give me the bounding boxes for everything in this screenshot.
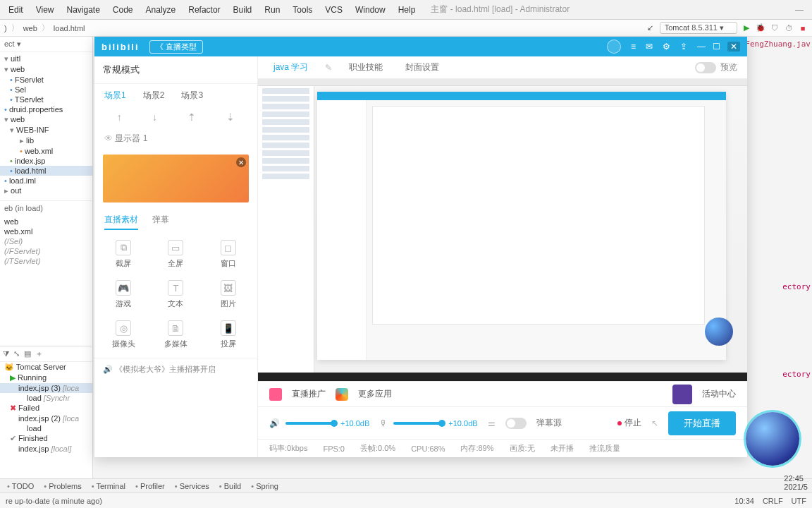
source-截屏[interactable]: ⧉截屏	[97, 236, 149, 273]
tw-todo[interactable]: TODO	[7, 482, 34, 490]
tree-node[interactable]: druid.properties	[0, 104, 92, 114]
start-live-button[interactable]: 开始直播	[668, 411, 736, 435]
stream-title-input[interactable]: java 学习	[268, 59, 314, 75]
nav-node[interactable]: web.xml	[0, 226, 92, 236]
tree-node[interactable]: web	[0, 64, 92, 75]
status-encoding[interactable]: UTF	[792, 497, 806, 505]
mixer-icon[interactable]: ⚌	[488, 418, 496, 428]
scene-1[interactable]: 场景1	[104, 90, 126, 102]
tree-node[interactable]: FServlet	[0, 75, 92, 85]
service-node[interactable]: index.jsp (2) [loca	[0, 413, 92, 423]
menu-vcs[interactable]: VCS	[319, 2, 348, 18]
tab-danmu[interactable]: 弹幕	[152, 214, 169, 230]
tree-node[interactable]: WEB-INF	[0, 125, 92, 135]
tree-node[interactable]: lib	[0, 135, 92, 146]
tree-node[interactable]: index.jsp	[0, 156, 92, 166]
tw-terminal[interactable]: Terminal	[92, 482, 125, 490]
menu-refactor[interactable]: Refactor	[183, 2, 226, 18]
crumb-root[interactable]: )	[4, 24, 7, 32]
bili-mode-label[interactable]: 常规模式	[94, 56, 257, 84]
menu-analyze[interactable]: Analyze	[140, 2, 182, 18]
tree-node[interactable]: load.iml	[0, 176, 92, 186]
danmu-toggle[interactable]	[505, 418, 527, 429]
thumbnail-remove-icon[interactable]: ✕	[236, 157, 246, 167]
menu-navigate[interactable]: Navigate	[61, 2, 105, 18]
nav-node[interactable]: (/TServlet)	[0, 256, 92, 266]
services-collapse-icon[interactable]: ▤	[24, 349, 31, 358]
bili-close-icon[interactable]: ✕	[727, 42, 740, 52]
service-node[interactable]: Failed	[0, 403, 92, 413]
service-node[interactable]: Running	[0, 373, 92, 383]
scene-sort-asc-icon[interactable]: ⇡	[187, 111, 196, 123]
window-minimize-icon[interactable]: —	[795, 5, 804, 15]
more-apps-link[interactable]: 更多应用	[358, 388, 392, 400]
menu-code[interactable]: Code	[107, 2, 139, 18]
tree-node[interactable]: TServlet	[0, 95, 92, 104]
tw-problems[interactable]: Problems	[44, 482, 81, 490]
source-图片[interactable]: 🖼图片	[202, 276, 254, 313]
scene-down-icon[interactable]: ↓	[152, 111, 157, 123]
crumb-file[interactable]: load.html	[54, 24, 85, 32]
activity-icon[interactable]	[672, 385, 692, 404]
tree-node[interactable]: web.xml	[0, 146, 92, 156]
nav-node[interactable]: (/Sel)	[0, 236, 92, 246]
vcs-update-icon[interactable]: ↙	[646, 23, 656, 33]
mic-volume-slider[interactable]	[393, 422, 443, 425]
scene-3[interactable]: 场景3	[181, 90, 203, 102]
tab-cover[interactable]: 封面设置	[400, 59, 445, 75]
services-add-icon[interactable]: ＋	[35, 349, 43, 359]
tab-sources[interactable]: 直播素材	[104, 214, 138, 230]
speaker-icon[interactable]: 🔊	[269, 418, 280, 428]
bili-category-tag[interactable]: 《 直播类型	[149, 40, 203, 54]
menu-view[interactable]: View	[30, 2, 60, 18]
source-全屏[interactable]: ▭全屏	[149, 236, 202, 273]
status-line-sep[interactable]: CRLF	[763, 497, 783, 505]
profile-icon[interactable]: ⏱	[784, 23, 794, 33]
tw-spring[interactable]: Spring	[251, 482, 278, 490]
bili-menu-icon[interactable]: ≡	[631, 42, 636, 52]
services-filter-icon[interactable]: ⧩	[3, 349, 9, 358]
display-source[interactable]: 显示器 1	[94, 127, 257, 150]
source-游戏[interactable]: 🎮游戏	[97, 276, 149, 313]
source-投屏[interactable]: 📱投屏	[202, 316, 254, 353]
service-node[interactable]: index.jsp [local]	[0, 444, 92, 454]
stop-icon[interactable]: ■	[798, 23, 808, 33]
bili-maximize-icon[interactable]: ☐	[713, 42, 720, 52]
preview-toggle[interactable]	[695, 62, 716, 73]
coverage-icon[interactable]: ⛉	[770, 23, 780, 33]
menu-window[interactable]: Window	[350, 2, 391, 18]
service-node[interactable]: Finished	[0, 433, 92, 444]
services-expand-icon[interactable]: ⤡	[13, 349, 20, 358]
service-node[interactable]: load	[0, 423, 92, 433]
scene-up-icon[interactable]: ↑	[117, 111, 122, 123]
promote-link[interactable]: 直播推广	[292, 388, 326, 400]
debug-icon[interactable]: 🐞	[756, 23, 765, 33]
source-多媒体[interactable]: 🗎多媒体	[149, 316, 202, 353]
tree-node[interactable]: web	[0, 114, 92, 125]
source-窗口[interactable]: ◻窗口	[202, 236, 254, 273]
tw-services[interactable]: Services	[175, 482, 209, 490]
scene-2[interactable]: 场景2	[143, 90, 165, 102]
server-node[interactable]: 🐱 Tomcat Server	[0, 362, 92, 373]
nav-node[interactable]: (/FServlet)	[0, 246, 92, 256]
bili-mail-icon[interactable]: ✉	[646, 42, 653, 52]
service-node[interactable]: index.jsp (3) [loca	[0, 383, 92, 393]
project-header[interactable]: ect ▾	[0, 37, 92, 52]
stream-preview[interactable]	[258, 79, 747, 381]
mic-icon[interactable]: 🎙	[379, 418, 388, 428]
tree-node[interactable]: Sel	[0, 85, 92, 95]
stop-button[interactable]: 停止	[617, 417, 641, 429]
source-摄像头[interactable]: ◎摄像头	[97, 316, 149, 353]
bili-titlebar[interactable]: bilibili 《 直播类型 ≡ ✉ ⚙ ⇪ — ☐ ✕	[94, 37, 747, 56]
source-thumbnail[interactable]: ✕	[103, 155, 249, 202]
bili-share-icon[interactable]: ⇪	[680, 42, 687, 52]
source-文本[interactable]: T文本	[149, 276, 202, 313]
tab-skill[interactable]: 职业技能	[343, 59, 388, 75]
menu-run[interactable]: Run	[259, 2, 285, 18]
menu-build[interactable]: Build	[228, 2, 258, 18]
tree-node[interactable]: out	[0, 186, 92, 196]
crumb-web[interactable]: web	[23, 24, 37, 32]
menu-edit[interactable]: Edit	[3, 2, 29, 18]
run-config-select[interactable]: Tomcat 8.5.311 ▾	[660, 22, 737, 34]
service-node[interactable]: load [Synchr	[0, 393, 92, 403]
